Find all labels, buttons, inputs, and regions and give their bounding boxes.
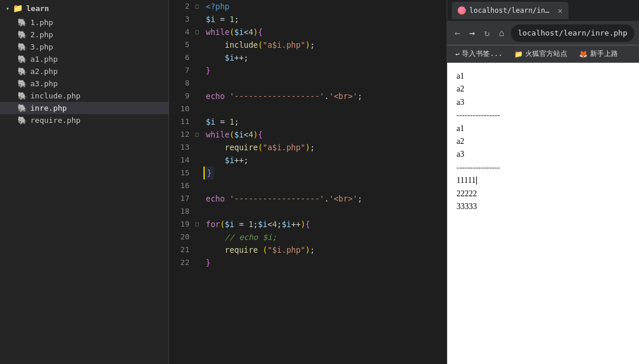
browser-tab[interactable]: localhost/learn/inre.php ✕ xyxy=(452,2,568,19)
bookmark-import[interactable]: ↩ 导入书签... xyxy=(452,48,506,60)
file-icon: 🐘 xyxy=(17,91,27,100)
output-line-22222: 22222 xyxy=(457,188,630,200)
favicon-icon xyxy=(458,6,466,15)
code-line-14: 14 $i++; xyxy=(169,154,447,167)
file-icon: 🐘 xyxy=(17,30,27,39)
sidebar-item-label: 3.php xyxy=(30,43,53,51)
bookmark-label: 导入书签... xyxy=(462,49,503,59)
code-line-5: 5 include("a$i.php"); xyxy=(169,38,447,51)
output-line-a3-2: a3 xyxy=(457,148,630,161)
output-line-a1-2: a1 xyxy=(457,122,630,135)
code-line-16: 16 xyxy=(169,179,447,192)
sidebar-item-label: include.php xyxy=(30,91,80,100)
code-line-15: 15 } xyxy=(169,167,447,179)
output-line-a2: a2 xyxy=(457,83,630,96)
back-button[interactable]: ← xyxy=(452,25,463,41)
bookmark-label: 新手上路 xyxy=(590,49,618,59)
bookmark-firefox[interactable]: 📁 火狐官方站点 xyxy=(511,48,571,60)
browser-content: a1 a2 a3 ---------------- a1 a2 a3 -----… xyxy=(447,63,639,364)
sidebar-item-a2php[interactable]: 🐘 a2.php xyxy=(0,65,168,77)
code-line-22: 22 } xyxy=(169,256,447,269)
file-icon: 🐘 xyxy=(17,116,27,125)
folder-header[interactable]: ▾ 📁 learn xyxy=(0,0,168,16)
sidebar-item-2php[interactable]: 🐘 2.php xyxy=(0,29,168,41)
output-separator-1: ---------------- xyxy=(457,109,630,122)
code-line-8: 8 xyxy=(169,77,447,90)
sidebar-item-includephp[interactable]: 🐘 include.php xyxy=(0,90,168,102)
code-line-6: 6 $i++; xyxy=(169,51,447,64)
file-icon: 🐘 xyxy=(17,79,27,88)
output-line-a2-2: a2 xyxy=(457,135,630,148)
code-line-21: 21 require ("$i.php"); xyxy=(169,243,447,256)
code-line-12: 12 □ while($i<4){ xyxy=(169,128,447,141)
home-button[interactable]: ⌂ xyxy=(496,25,507,41)
output-line-11111: 11111 xyxy=(457,174,630,187)
code-line-20: 20 // echo $i; xyxy=(169,231,447,243)
sidebar-item-a3php[interactable]: 🐘 a3.php xyxy=(0,77,168,90)
code-line-18: 18 xyxy=(169,205,447,218)
code-line-9: 9 echo '------------------'.'<br>'; xyxy=(169,90,447,103)
output-separator-2: ---------------- xyxy=(457,161,630,174)
code-line-7: 7 } xyxy=(169,64,447,77)
code-line-17: 17 echo '------------------'.'<br>'; xyxy=(169,192,447,205)
sidebar-item-inrephp[interactable]: 🐘 inre.php xyxy=(0,102,168,114)
file-icon: 🐘 xyxy=(17,67,27,76)
file-icon: 🐘 xyxy=(17,104,27,112)
output-line-a3: a3 xyxy=(457,96,630,109)
sidebar-item-1php[interactable]: 🐘 1.php xyxy=(0,16,168,29)
code-content: 2 □ <?php 3 $i = 1; 4 □ while($i<4){ 5 i… xyxy=(169,0,447,269)
close-tab-button[interactable]: ✕ xyxy=(558,6,563,15)
file-icon: 🐘 xyxy=(17,18,27,27)
sidebar-item-label: a3.php xyxy=(30,79,58,88)
flame-icon: 🦊 xyxy=(579,50,588,58)
bookmarks-bar: ↩ 导入书签... 📁 火狐官方站点 🦊 新手上路 xyxy=(447,45,639,63)
cursor xyxy=(476,176,477,185)
code-line-11: 11 $i = 1; xyxy=(169,115,447,128)
sidebar-item-3php[interactable]: 🐘 3.php xyxy=(0,41,168,53)
code-line-4: 4 □ while($i<4){ xyxy=(169,26,447,38)
forward-button[interactable]: → xyxy=(466,25,478,41)
file-explorer: ▾ 📁 learn 🐘 1.php 🐘 2.php 🐘 3.php 🐘 a1.p… xyxy=(0,0,169,364)
sidebar-item-label: a1.php xyxy=(30,55,58,63)
sidebar-item-label: inre.php xyxy=(30,104,67,112)
browser-nav: ← → ↻ ⌂ localhost/learn/inre.php xyxy=(447,21,639,45)
bookmark-label: 火狐官方站点 xyxy=(525,49,567,59)
sidebar-item-label: a2.php xyxy=(30,67,58,76)
sidebar-item-a1php[interactable]: 🐘 a1.php xyxy=(0,53,168,65)
browser-tab-bar: localhost/learn/inre.php ✕ xyxy=(447,0,639,21)
sidebar-item-label: require.php xyxy=(30,116,80,125)
browser-panel: localhost/learn/inre.php ✕ ← → ↻ ⌂ local… xyxy=(447,0,639,364)
output-line-33333: 33333 xyxy=(457,200,630,213)
file-icon: 🐘 xyxy=(17,55,27,63)
sidebar-item-requirephp[interactable]: 🐘 require.php xyxy=(0,114,168,126)
folder-icon: 📁 xyxy=(13,3,23,13)
address-text: localhost/learn/inre.php xyxy=(518,29,627,37)
code-editor[interactable]: 2 □ <?php 3 $i = 1; 4 □ while($i<4){ 5 i… xyxy=(169,0,447,364)
tab-title: localhost/learn/inre.php xyxy=(469,6,552,15)
bookmark-icon: 📁 xyxy=(514,50,523,58)
sidebar-item-label: 1.php xyxy=(30,18,53,27)
code-line-2: 2 □ <?php xyxy=(169,0,447,13)
code-line-3: 3 $i = 1; xyxy=(169,13,447,26)
address-bar[interactable]: localhost/learn/inre.php xyxy=(511,24,634,42)
code-line-13: 13 require("a$i.php"); xyxy=(169,141,447,154)
bookmark-newuser[interactable]: 🦊 新手上路 xyxy=(575,48,622,60)
refresh-button[interactable]: ↻ xyxy=(482,25,493,41)
file-icon: 🐘 xyxy=(17,43,27,51)
chevron-down-icon: ▾ xyxy=(6,5,9,12)
code-line-10: 10 xyxy=(169,103,447,115)
import-icon: ↩ xyxy=(455,50,459,58)
sidebar-item-label: 2.php xyxy=(30,30,53,39)
output-line-a1: a1 xyxy=(457,70,630,83)
folder-name: learn xyxy=(26,4,49,13)
code-line-19: 19 □ for($i = 1;$i<4;$i++){ xyxy=(169,218,447,231)
